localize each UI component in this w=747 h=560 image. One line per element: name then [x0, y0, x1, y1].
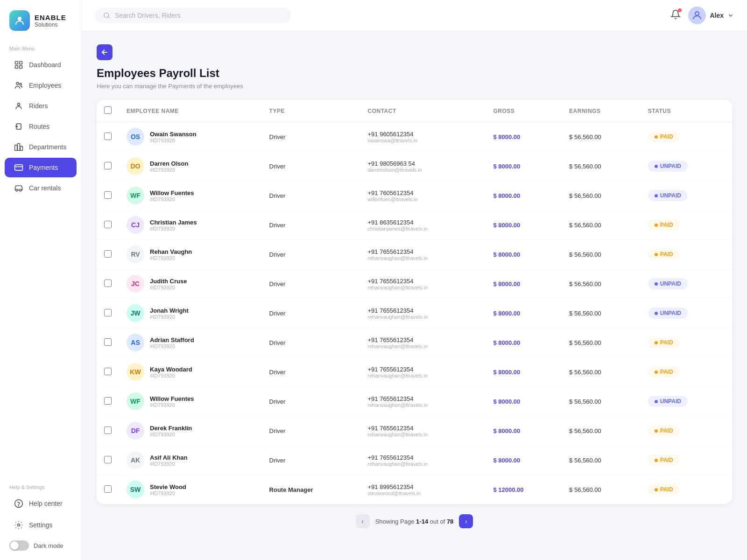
employee-name-cell: SW Stevie Wood #ID793920: [127, 481, 254, 498]
row-checkbox-11[interactable]: [104, 456, 112, 463]
col-status: STATUS: [641, 100, 732, 122]
status-dot: [655, 194, 658, 197]
status-label: UNPAID: [660, 310, 681, 316]
table-row: KW Kaya Woodard #ID793920 Driver +91 765…: [97, 357, 732, 387]
sidebar-label-payments: Payments: [29, 164, 58, 171]
col-gross: GROSS: [486, 100, 562, 122]
sidebar-item-routes[interactable]: Routes: [5, 117, 77, 136]
dashboard-icon: [14, 60, 23, 70]
employee-type: Driver: [262, 299, 360, 328]
employee-avatar: WF: [127, 392, 144, 410]
employee-phone: +91 8635612354: [368, 219, 479, 226]
row-checkbox-2[interactable]: [104, 191, 112, 199]
employee-email: rehanvaughan@ttravels.in: [368, 343, 479, 349]
employee-id: #ID793920: [150, 343, 194, 349]
row-checkbox-12[interactable]: [104, 485, 112, 493]
employee-name-cell: CJ Christian James #ID793920: [127, 216, 254, 234]
employee-phone: +91 7655612354: [368, 395, 479, 402]
employee-type: Driver: [262, 357, 360, 387]
prev-page-button[interactable]: ‹: [356, 514, 370, 528]
sidebar-label-help: Help center: [29, 500, 63, 507]
employee-id: #ID793920: [150, 314, 189, 320]
col-employee-name: EMPLOYEE NAME: [119, 100, 262, 122]
username-label: Alex: [710, 12, 724, 19]
row-checkbox-8[interactable]: [104, 368, 112, 375]
employee-id: #ID793920: [150, 285, 187, 290]
back-button[interactable]: [97, 44, 113, 60]
sidebar-label-settings: Settings: [29, 521, 53, 529]
status-badge: PAID: [648, 425, 680, 436]
row-checkbox-10[interactable]: [104, 427, 112, 434]
sidebar: ENABLE Solutions Main Menu Dashboard Emp…: [0, 0, 82, 560]
notifications-bell[interactable]: [670, 9, 681, 21]
svg-point-17: [18, 524, 20, 526]
status-dot: [655, 165, 658, 168]
employee-type: Driver: [262, 269, 360, 299]
employee-gross: $ 8000.00: [493, 457, 521, 464]
employee-email: owainswa@ttravels.in: [368, 138, 479, 143]
sidebar-item-employees[interactable]: Employees: [5, 76, 77, 95]
sidebar-item-riders[interactable]: Riders: [5, 96, 77, 116]
table-row: SW Stevie Wood #ID793920 Route Manager +…: [97, 475, 732, 504]
row-checkbox-6[interactable]: [104, 309, 112, 316]
sidebar-item-settings[interactable]: Settings: [5, 515, 77, 535]
pagination: ‹ Showing Page 1-14 out of 78 ›: [97, 504, 732, 539]
employee-earnings: $ 56,560.00: [569, 427, 601, 434]
row-checkbox-9[interactable]: [104, 397, 112, 405]
next-page-button[interactable]: ›: [459, 514, 473, 528]
sidebar-item-help-center[interactable]: Help center: [5, 494, 77, 513]
row-checkbox-7[interactable]: [104, 338, 112, 346]
car-rentals-icon: [14, 183, 23, 193]
employee-gross: $ 8000.00: [493, 133, 521, 140]
user-profile[interactable]: Alex: [688, 7, 734, 24]
svg-rect-3: [15, 66, 18, 69]
dark-mode-toggle[interactable]: [9, 540, 29, 551]
status-label: UNPAID: [660, 398, 681, 405]
employee-earnings: $ 56,560.00: [569, 339, 601, 346]
employee-id: #ID793920: [150, 255, 192, 261]
employee-id: #ID793920: [150, 432, 192, 437]
logo-enable: ENABLE: [35, 14, 66, 21]
notification-badge: [678, 8, 682, 12]
select-all-checkbox[interactable]: [104, 106, 112, 114]
dark-mode-toggle-row: Dark mode: [0, 536, 81, 560]
row-checkbox-4[interactable]: [104, 250, 112, 258]
status-badge: PAID: [648, 484, 680, 495]
status-badge: PAID: [648, 249, 680, 260]
chevron-down-icon: [727, 12, 734, 19]
row-checkbox-5[interactable]: [104, 280, 112, 287]
sidebar-item-departments[interactable]: Departments: [5, 137, 77, 157]
status-badge: PAID: [648, 219, 680, 231]
row-checkbox-0[interactable]: [104, 133, 112, 140]
status-dot: [655, 253, 658, 256]
search-box[interactable]: [95, 7, 291, 23]
help-settings-label: Help & Settings: [0, 480, 81, 493]
employee-name: Owain Swanson: [150, 131, 197, 138]
sidebar-item-dashboard[interactable]: Dashboard: [5, 55, 77, 75]
table-row: AK Asif Ali Khan #ID793920 Driver +91 76…: [97, 446, 732, 475]
employee-email: rehanvaughan@ttravels.in: [368, 402, 479, 408]
employee-gross: $ 8000.00: [493, 192, 521, 199]
table-row: AS Adrian Stafford #ID793920 Driver +91 …: [97, 328, 732, 357]
main-area: Alex Employees Payroll List Here you can…: [82, 0, 747, 560]
logo-text: ENABLE Solutions: [35, 14, 66, 28]
row-checkbox-1[interactable]: [104, 162, 112, 169]
employee-avatar: WF: [127, 187, 144, 204]
employee-name-cell: KW Kaya Woodard #ID793920: [127, 363, 254, 381]
employee-earnings: $ 56,560.00: [569, 398, 601, 405]
status-badge: UNPAID: [648, 190, 688, 201]
employee-email: steviewood@ttravels.in: [368, 490, 479, 496]
sidebar-item-payments[interactable]: Payments: [5, 158, 77, 177]
svg-point-14: [20, 189, 21, 191]
status-label: PAID: [660, 339, 673, 346]
employee-earnings: $ 56,560.00: [569, 133, 601, 140]
main-menu-label: Main Menu: [0, 39, 81, 54]
status-dot: [655, 135, 658, 139]
employee-gross: $ 8000.00: [493, 280, 521, 287]
table-row: DO Darren Olson #ID793920 Driver +91 980…: [97, 152, 732, 181]
search-input[interactable]: [115, 12, 282, 19]
employee-phone: +91 7655612354: [368, 454, 479, 461]
sidebar-item-car-rentals[interactable]: Car rentals: [5, 178, 77, 198]
table-row: RV Rehan Vaughn #ID793920 Driver +91 765…: [97, 240, 732, 269]
row-checkbox-3[interactable]: [104, 221, 112, 228]
